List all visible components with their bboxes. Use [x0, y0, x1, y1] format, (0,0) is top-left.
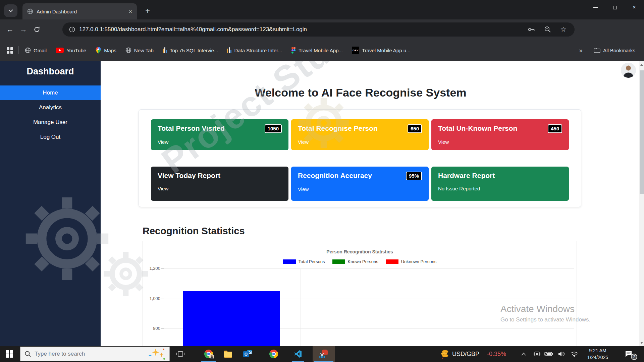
- bookmark-dev-travel-app[interactable]: DEV Travel Mobile App u...: [352, 47, 411, 54]
- taskbar-stocks-widget-icon[interactable]: [438, 346, 451, 362]
- apps-grid-icon[interactable]: [7, 47, 13, 54]
- section-heading: Recognition Statistics: [143, 226, 245, 237]
- bookmark-sql-interview[interactable]: Top 75 SQL Intervie...: [163, 47, 218, 53]
- legend-item[interactable]: Known Persons: [332, 259, 378, 264]
- y-axis-line: [164, 268, 164, 346]
- back-button[interactable]: ←: [3, 23, 17, 36]
- windows-logo-icon: [6, 350, 13, 358]
- view-link[interactable]: View: [158, 139, 168, 145]
- bookmark-label: Data Structure Inter...: [234, 48, 282, 53]
- taskbar-file-explorer-button[interactable]: [219, 346, 237, 362]
- view-link[interactable]: View: [158, 186, 168, 191]
- taskbar-search[interactable]: [20, 347, 170, 361]
- chart-title: Person Recognition Statistics: [143, 249, 577, 254]
- forward-button[interactable]: →: [17, 23, 30, 36]
- view-link[interactable]: View: [438, 139, 449, 145]
- bookmark-label: New Tab: [134, 48, 154, 53]
- folder-icon: [594, 48, 600, 53]
- file-explorer-icon: [224, 350, 232, 358]
- tray-volume-button[interactable]: [555, 346, 568, 362]
- scrollbar-thumb[interactable]: [640, 70, 644, 194]
- tray-battery-button[interactable]: [543, 346, 555, 362]
- tray-wifi-button[interactable]: [568, 346, 580, 362]
- bookmarks-divider: [18, 46, 19, 54]
- close-window-button[interactable]: ×: [625, 0, 644, 15]
- task-view-button[interactable]: [172, 346, 189, 362]
- card-title: Total Un-Known Person: [438, 124, 517, 132]
- maximize-button[interactable]: [605, 0, 625, 15]
- y-tick-label: 800: [143, 326, 160, 331]
- search-input[interactable]: [35, 351, 145, 357]
- legend-item[interactable]: Total Persons: [283, 259, 325, 264]
- zoom-icon[interactable]: [544, 26, 551, 33]
- browser-tab[interactable]: Admin Dashboard ×: [22, 3, 137, 19]
- maps-pin-icon: [95, 47, 101, 54]
- legend-item[interactable]: Unknown Persons: [386, 259, 437, 264]
- minimize-button[interactable]: [586, 0, 605, 15]
- bookmarks-bar: Gmail YouTube Maps New Tab Top 75 SQL In…: [0, 40, 644, 61]
- bars-icon: [227, 47, 231, 53]
- taskbar-snipping-tool-button[interactable]: [313, 346, 335, 362]
- card-title: Total Person Visited: [158, 124, 225, 132]
- card-total-person-visited: Total Person Visited 1050 View: [151, 119, 288, 150]
- taskbar-vscode-button[interactable]: [289, 346, 307, 362]
- youtube-icon: [56, 48, 64, 53]
- outlook-icon: O: [243, 350, 252, 358]
- card-title: Recognition Accuracy: [298, 172, 372, 180]
- bookmark-new-tab[interactable]: New Tab: [125, 47, 154, 53]
- bookmark-label: Travel Mobile App u...: [362, 48, 411, 53]
- tray-camera-button[interactable]: [531, 346, 543, 362]
- scroll-up-arrow-icon[interactable]: [640, 64, 643, 66]
- address-bar[interactable]: 127.0.0.1:5500/dashboard.html?email=talh…: [62, 22, 575, 37]
- page-header: [101, 61, 639, 76]
- legend-label: Unknown Persons: [401, 259, 437, 264]
- notification-center-button[interactable]: 2: [619, 346, 638, 362]
- sidebar-item-home[interactable]: Home: [0, 85, 101, 100]
- page-scrollbar[interactable]: [639, 61, 644, 346]
- task-view-icon: [176, 351, 184, 357]
- bookmark-figma-travel-app[interactable]: Travel Mobile App...: [291, 47, 343, 54]
- bookmark-label: Travel Mobile App...: [299, 48, 343, 53]
- view-link[interactable]: View: [298, 186, 309, 192]
- tab-close-icon[interactable]: ×: [129, 9, 132, 14]
- bookmark-label: Top 75 SQL Intervie...: [170, 48, 218, 53]
- sidebar: Dashboard Home Analytics Manage User Log…: [0, 61, 101, 346]
- bookmark-gmail[interactable]: Gmail: [25, 47, 47, 53]
- bookmark-maps[interactable]: Maps: [95, 47, 116, 54]
- all-bookmarks-button[interactable]: All Bookmarks: [594, 48, 635, 53]
- chart-legend: Total Persons Known Persons Unknown Pers…: [143, 259, 577, 264]
- new-tab-button[interactable]: +: [142, 5, 153, 16]
- tray-chevron-up[interactable]: [518, 346, 529, 362]
- sidebar-item-manage-user[interactable]: Manage User: [0, 115, 101, 130]
- activate-line1: Activate Windows: [500, 304, 590, 314]
- taskbar-chrome-profile-button[interactable]: [200, 346, 217, 362]
- y-tick: [161, 328, 164, 329]
- site-info-icon[interactable]: [69, 26, 75, 33]
- stock-change[interactable]: -0.35%: [487, 346, 506, 362]
- url-text[interactable]: 127.0.0.1:5500/dashboard.html?email=talh…: [79, 26, 527, 33]
- card-title: Hardware Report: [438, 172, 495, 180]
- bookmark-star-icon[interactable]: ☆: [560, 25, 567, 34]
- sidebar-item-log-out[interactable]: Log Out: [0, 130, 101, 144]
- coins-icon: [440, 349, 450, 359]
- sidebar-item-analytics[interactable]: Analytics: [0, 100, 101, 115]
- card-title: Total Recognise Person: [298, 124, 378, 132]
- card-badge: 95%: [406, 172, 422, 180]
- reload-button[interactable]: [30, 23, 44, 36]
- taskbar-clock[interactable]: 9:21 AM 1/24/2025: [582, 346, 614, 362]
- taskbar-chrome-button[interactable]: [265, 346, 282, 362]
- stock-ticker[interactable]: USD/GBP: [452, 346, 479, 362]
- wifi-icon: [571, 351, 578, 357]
- card-badge: 650: [408, 124, 422, 133]
- legend-label: Total Persons: [299, 259, 325, 264]
- bookmarks-overflow-chevron[interactable]: »: [579, 47, 583, 54]
- password-key-icon[interactable]: [527, 26, 535, 33]
- tab-search-button[interactable]: [4, 4, 17, 17]
- bookmark-youtube[interactable]: YouTube: [56, 48, 86, 53]
- scroll-down-arrow-icon[interactable]: [640, 342, 643, 344]
- view-link[interactable]: View: [298, 139, 309, 145]
- taskbar-outlook-button[interactable]: O: [239, 346, 256, 362]
- bookmark-data-structure[interactable]: Data Structure Inter...: [227, 47, 282, 53]
- bookmark-label: Maps: [104, 48, 116, 53]
- start-button[interactable]: [0, 346, 19, 362]
